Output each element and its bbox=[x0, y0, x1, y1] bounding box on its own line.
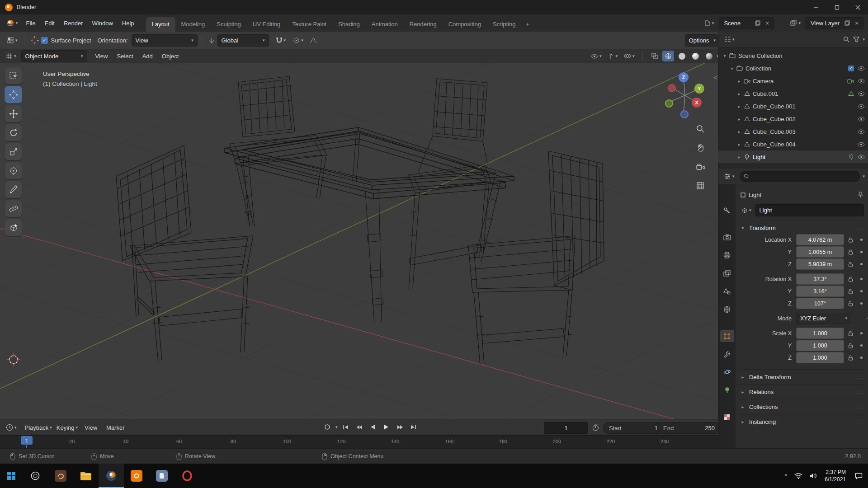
new-view-layer-button[interactable] bbox=[844, 19, 851, 27]
tab-light-data-properties[interactable] bbox=[720, 384, 734, 396]
cortana-button[interactable] bbox=[23, 464, 48, 488]
expand-icon[interactable]: ▸ bbox=[736, 142, 743, 147]
lock-icon[interactable] bbox=[848, 331, 855, 336]
gizmo-z-axis[interactable]: Z bbox=[679, 72, 689, 82]
show-gizmo-dropdown[interactable]: ▾ bbox=[605, 50, 620, 62]
expand-icon[interactable]: ▾ bbox=[728, 66, 736, 71]
scale-y-field[interactable]: 1.000 bbox=[796, 340, 844, 351]
eye-icon[interactable] bbox=[858, 117, 865, 122]
scale-z-field[interactable]: 1.000 bbox=[796, 352, 844, 363]
rotation-mode-dropdown[interactable]: XYZ Euler ▾ bbox=[796, 313, 851, 324]
zoom-button[interactable] bbox=[693, 122, 707, 136]
options-dropdown[interactable]: Options ▾ bbox=[685, 34, 720, 47]
view-layer-name[interactable]: View Layer bbox=[809, 20, 841, 27]
app-blue-button[interactable] bbox=[149, 464, 175, 488]
tab-sculpting[interactable]: Sculpting bbox=[211, 17, 246, 32]
gizmo-x-negative[interactable] bbox=[668, 84, 676, 92]
lock-icon[interactable] bbox=[848, 237, 855, 243]
animate-dot[interactable] bbox=[860, 278, 863, 280]
viewport-menu-object[interactable]: Object bbox=[157, 51, 184, 61]
taskbar-clock[interactable]: 2:37 PM 6/1/2021 bbox=[825, 469, 846, 483]
close-button[interactable] bbox=[847, 0, 868, 14]
select-box-tool[interactable] bbox=[5, 67, 22, 84]
tab-world-properties[interactable] bbox=[720, 303, 734, 315]
lock-icon[interactable] bbox=[848, 262, 855, 267]
tab-constraints-properties[interactable] bbox=[720, 348, 734, 360]
menu-file[interactable]: File bbox=[22, 17, 40, 29]
editor-type-button[interactable]: ▾ bbox=[4, 50, 19, 62]
proportional-editing-button[interactable]: ▾ bbox=[291, 34, 306, 46]
scene-name[interactable]: Scene bbox=[722, 20, 752, 27]
transform-panel-header[interactable]: ▾ Transform :::: bbox=[738, 222, 865, 234]
file-explorer-button[interactable] bbox=[73, 464, 99, 488]
viewport-menu-select[interactable]: Select bbox=[112, 51, 137, 61]
object-name-field[interactable]: Light bbox=[755, 204, 864, 216]
shading-wireframe-button[interactable] bbox=[662, 51, 674, 61]
viewport-menu-view[interactable]: View bbox=[91, 51, 113, 61]
viewport-menu-add[interactable]: Add bbox=[138, 51, 157, 61]
volume-icon[interactable] bbox=[810, 473, 817, 479]
animate-dot[interactable] bbox=[860, 357, 863, 359]
start-button[interactable] bbox=[0, 464, 23, 488]
view-layer-selector[interactable]: View Layer × bbox=[806, 17, 863, 29]
row-label[interactable]: Cube_Cube.004 bbox=[753, 141, 796, 148]
play-reverse-button[interactable] bbox=[368, 422, 378, 432]
menu-edit[interactable]: Edit bbox=[40, 17, 59, 29]
outliner-row-cube-cube-004[interactable]: ▸ Cube_Cube.004 bbox=[718, 138, 868, 150]
current-frame-field[interactable]: 1 bbox=[544, 422, 588, 434]
properties-editor-type-button[interactable]: ▾ bbox=[722, 170, 737, 182]
section-instancing[interactable]: ▸ Instancing :::: bbox=[738, 414, 865, 429]
pin-icon[interactable] bbox=[858, 192, 863, 198]
snap-toggle-button[interactable]: ▾ bbox=[274, 34, 288, 46]
action-center-icon[interactable] bbox=[855, 472, 863, 479]
tab-shading[interactable]: Shading bbox=[332, 17, 366, 32]
eye-icon[interactable] bbox=[858, 142, 865, 147]
scene-browse-button[interactable]: ▾ bbox=[702, 17, 717, 29]
browser-taskbar-button[interactable] bbox=[48, 464, 73, 488]
ortho-toggle-button[interactable] bbox=[693, 179, 707, 192]
pan-hand-button[interactable] bbox=[693, 141, 707, 155]
timeline-ruler[interactable]: 20 40 60 80 100 120 140 160 180 200 220 … bbox=[0, 435, 718, 449]
auto-keying-record-button[interactable] bbox=[322, 422, 333, 432]
active-tool-browse-button[interactable]: ▾ bbox=[5, 34, 20, 46]
rotate-tool[interactable] bbox=[5, 124, 22, 141]
row-label[interactable]: Scene Collection bbox=[738, 52, 783, 59]
outliner-row-collection[interactable]: ▾ Collection ✓ bbox=[718, 62, 868, 75]
location-x-field[interactable]: 4.0762 m bbox=[796, 234, 844, 245]
eye-icon[interactable] bbox=[858, 91, 865, 96]
properties-search-input[interactable] bbox=[751, 173, 856, 180]
expand-icon[interactable]: ▸ bbox=[736, 129, 743, 134]
tab-layout[interactable]: Layout bbox=[146, 17, 175, 32]
gizmo-z-negative[interactable] bbox=[680, 110, 689, 118]
eye-icon[interactable] bbox=[858, 155, 865, 160]
tab-output-properties[interactable] bbox=[720, 249, 734, 261]
playhead[interactable]: 1 bbox=[21, 436, 33, 445]
animate-dot[interactable] bbox=[860, 290, 863, 292]
maximize-button[interactable] bbox=[826, 0, 847, 14]
gizmo-x-axis[interactable]: X bbox=[692, 98, 702, 108]
falloff-curve-icon[interactable] bbox=[307, 34, 319, 46]
scale-tool[interactable] bbox=[5, 143, 22, 160]
row-label[interactable]: Cube_Cube.001 bbox=[753, 103, 796, 110]
opera-taskbar-button[interactable] bbox=[175, 464, 200, 488]
blender-app-menu-button[interactable]: ▾ bbox=[3, 19, 22, 27]
outliner-search-icon[interactable] bbox=[843, 36, 850, 43]
menu-window[interactable]: Window bbox=[88, 17, 118, 29]
row-label[interactable]: Cube.001 bbox=[753, 90, 778, 97]
shading-material-button[interactable] bbox=[689, 51, 701, 61]
eye-icon[interactable] bbox=[858, 129, 865, 134]
animate-dot[interactable] bbox=[860, 302, 863, 305]
timeline-menu-marker[interactable]: Marker bbox=[102, 422, 129, 433]
outliner-row-scene-collection[interactable]: ▾ Scene Collection bbox=[718, 49, 868, 62]
measure-tool[interactable] bbox=[5, 200, 22, 217]
properties-search[interactable] bbox=[740, 171, 860, 182]
frame-end-field[interactable]: End 250 bbox=[657, 422, 721, 434]
tab-object-properties[interactable] bbox=[720, 330, 734, 342]
scene-selector[interactable]: Scene × bbox=[719, 17, 774, 29]
shading-rendered-button[interactable] bbox=[703, 51, 715, 61]
frame-start-field[interactable]: Start 1 bbox=[603, 422, 664, 434]
row-label[interactable]: Camera bbox=[753, 78, 774, 84]
menu-help[interactable]: Help bbox=[118, 17, 139, 29]
transform-orientation-dropdown[interactable]: Global ▾ bbox=[217, 34, 269, 47]
object-browse-button[interactable]: ▾ bbox=[739, 205, 754, 216]
